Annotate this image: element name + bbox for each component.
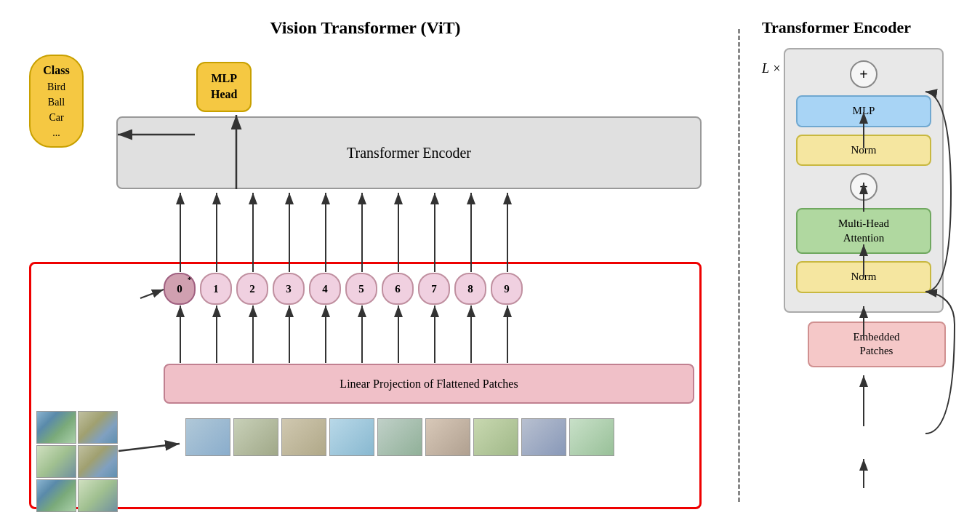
vit-section: Vision Transformer (ViT) Class Bird Ball… [22,15,723,516]
seq-patch-5 [377,418,422,456]
enc-attention-label: Multi-HeadAttention [838,217,889,244]
mlp-head-label: MLPHead [211,71,237,103]
patch-img-1 [36,411,76,444]
token-1: 1 [200,273,232,305]
embedded-patches-block: EmbeddedPatches [808,322,946,367]
patch-img-2 [78,411,118,444]
patch-img-4 [78,445,118,478]
seq-patch-1 [185,418,230,456]
transformer-enc-label: Transformer Encoder [347,145,471,161]
enc-mlp-label: MLP [853,105,875,116]
patch-img-6 [78,479,118,512]
class-bird: Bird [41,79,72,95]
enc-l-label: L × [762,61,781,76]
enc-attention-block: Multi-HeadAttention [796,208,931,254]
plus-icon-top: + [859,66,867,83]
class-car: Car [41,110,72,125]
class-label: Class [41,62,72,79]
class-box: Class Bird Ball Car ... [29,55,84,148]
seq-patch-2 [233,418,278,456]
token-5: 5 [345,273,377,305]
enc-norm1-label: Norm [851,144,877,156]
encoder-section: Transformer Encoder L × + MLP Norm [755,15,958,516]
token-6: 6 [382,273,414,305]
seq-patch-4 [329,418,374,456]
patch-img-5 [36,479,76,512]
seq-patch-8 [521,418,566,456]
enc-plus-top: + [850,60,877,88]
class-ball: Ball [41,95,72,110]
class-dots: ... [41,125,72,140]
seq-patch-6 [425,418,470,456]
image-patches-left [36,411,118,512]
vit-title: Vision Transformer (ViT) [22,18,709,38]
enc-norm2-block: Norm [796,261,931,293]
enc-outer-box: + MLP Norm + Multi-HeadAttention [784,48,944,313]
embedded-patches-label: EmbeddedPatches [853,331,899,357]
transformer-enc-box: Transformer Encoder [116,116,702,189]
token-9: 9 [491,273,523,305]
seq-patch-9 [569,418,614,456]
section-divider [738,29,740,502]
tokens-row: 0 * 1 2 3 4 5 6 7 8 9 [164,273,523,305]
enc-mlp-block: MLP [796,95,931,127]
enc-norm2-label: Norm [851,271,877,282]
token-0-label: 0 [177,283,182,295]
embedded-patches-container: EmbeddedPatches [795,322,958,367]
image-patches-right [185,418,614,456]
enc-plus-bottom: + [850,173,877,201]
plus-icon-bottom: + [859,179,867,196]
encoder-title: Transformer Encoder [762,18,958,37]
seq-patch-7 [473,418,518,456]
token-8: 8 [454,273,486,305]
enc-diagram: L × + MLP Norm + [784,48,958,367]
linear-proj-label: Linear Projection of Flattened Patches [340,378,518,391]
token-0: 0 * [164,273,196,305]
patch-img-3 [36,445,76,478]
mlp-head-box: MLPHead [196,62,252,112]
seq-patch-3 [281,418,326,456]
enc-norm1-block: Norm [796,135,931,167]
token-3: 3 [273,273,305,305]
linear-proj-box: Linear Projection of Flattened Patches [164,364,694,404]
token-star: * [188,276,191,284]
main-container: Vision Transformer (ViT) Class Bird Ball… [0,0,980,531]
token-4: 4 [309,273,341,305]
token-7: 7 [418,273,450,305]
token-2: 2 [236,273,268,305]
